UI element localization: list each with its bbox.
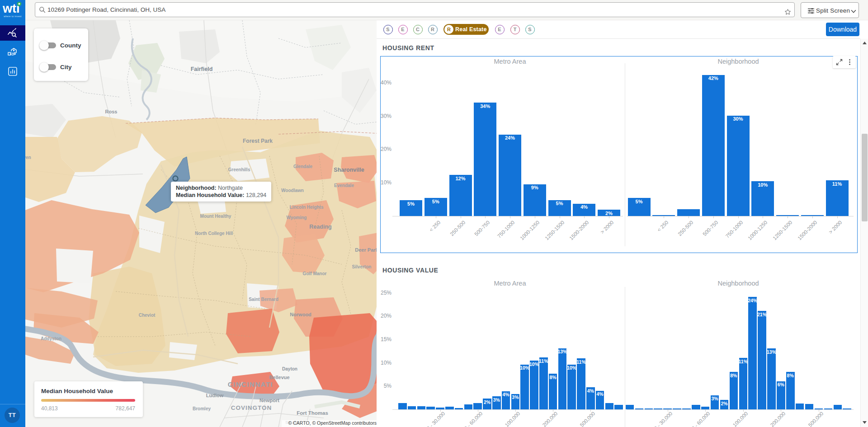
svg-text:Greenhills: Greenhills <box>228 167 250 172</box>
svg-text:Lincoln Heights: Lincoln Heights <box>290 205 324 210</box>
svg-text:Reading: Reading <box>309 224 331 230</box>
svg-text:ven: ven <box>25 155 31 160</box>
svg-text:Mount Healthy: Mount Healthy <box>200 214 231 219</box>
svg-text:Dayton: Dayton <box>282 366 297 371</box>
svg-text:COVINGTON: COVINGTON <box>231 404 272 411</box>
svg-text:Wyoming: Wyoming <box>287 215 307 220</box>
svg-text:Glendale: Glendale <box>293 164 313 169</box>
svg-text:North College Hill: North College Hill <box>195 231 233 236</box>
svg-text:Forest Park: Forest Park <box>243 138 273 144</box>
svg-text:Fort Thomas: Fort Thomas <box>297 410 328 416</box>
svg-text:Ross: Ross <box>105 109 118 114</box>
svg-text:Bromley: Bromley <box>193 406 211 411</box>
svg-text:Silverton: Silverton <box>352 264 372 269</box>
svg-text:Woodlawn: Woodlawn <box>281 188 304 193</box>
svg-text:Deer Park: Deer Park <box>355 247 377 253</box>
svg-text:Saint Bernard: Saint Bernard <box>249 297 278 302</box>
svg-text:CINCINNATI: CINCINNATI <box>228 380 274 388</box>
svg-text:Cheviot: Cheviot <box>139 313 156 318</box>
svg-text:Newport: Newport <box>259 398 279 403</box>
svg-text:Evendale: Evendale <box>334 183 354 188</box>
svg-text:Ludlow: Ludlow <box>206 393 224 398</box>
svg-text:Sharonville: Sharonville <box>334 167 364 173</box>
svg-text:Bellevue: Bellevue <box>269 375 289 380</box>
svg-text:Norwood: Norwood <box>290 312 311 317</box>
svg-text:Golf Manor: Golf Manor <box>303 271 327 276</box>
svg-text:Fairfield: Fairfield <box>191 66 213 72</box>
svg-text:Addyston: Addyston <box>41 336 61 341</box>
